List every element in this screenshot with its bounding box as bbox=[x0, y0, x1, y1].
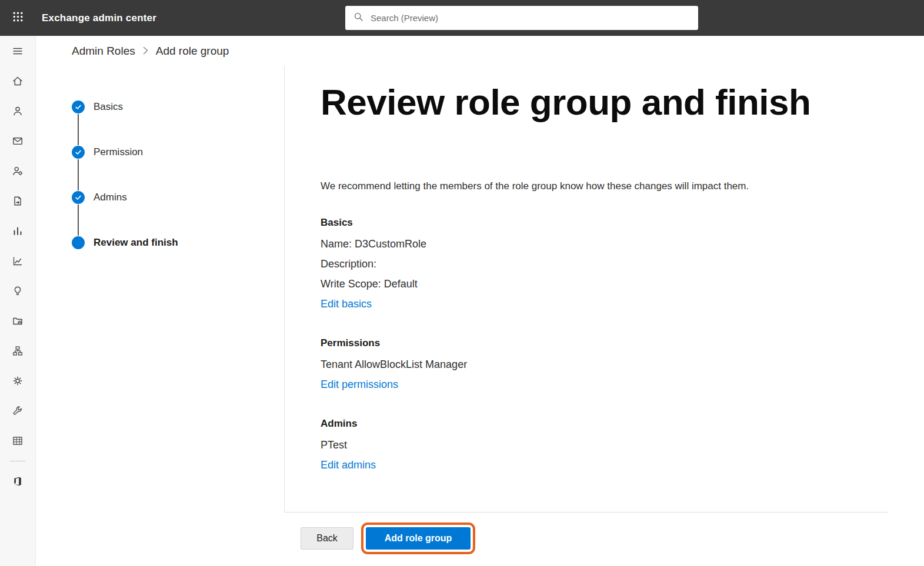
review-line-permission: Tenant AllowBlockList Manager bbox=[321, 354, 924, 374]
edit-admins-link[interactable]: Edit admins bbox=[321, 455, 376, 475]
app-title: Exchange admin center bbox=[42, 12, 156, 24]
search-box[interactable] bbox=[345, 6, 698, 30]
breadcrumb-admin-roles[interactable]: Admin Roles bbox=[72, 45, 135, 58]
add-role-group-button[interactable]: Add role group bbox=[366, 527, 471, 550]
step-label: Basics bbox=[94, 101, 123, 113]
edit-basics-link[interactable]: Edit basics bbox=[321, 294, 372, 314]
step-basics[interactable]: Basics bbox=[72, 101, 123, 113]
step-completed-icon bbox=[72, 191, 85, 204]
annotation-highlight-ring: Add role group bbox=[361, 523, 475, 554]
settings-gear-icon[interactable] bbox=[12, 375, 24, 387]
intro-text: We recommend letting the members of the … bbox=[321, 179, 759, 193]
wizard-stepper: Basics Permission Admins Review and fini… bbox=[36, 66, 285, 512]
app-launcher-button[interactable] bbox=[0, 0, 36, 36]
step-completed-icon bbox=[72, 101, 85, 113]
review-line-name: Name: D3CustomRole bbox=[321, 234, 924, 254]
mail-flow-icon[interactable] bbox=[12, 195, 24, 207]
footer-divider bbox=[285, 512, 888, 513]
left-nav-rail bbox=[0, 36, 36, 566]
organization-icon[interactable] bbox=[12, 345, 24, 357]
home-icon[interactable] bbox=[12, 75, 24, 87]
step-completed-icon bbox=[72, 146, 85, 159]
wrench-icon[interactable] bbox=[12, 405, 24, 417]
menu-icon[interactable] bbox=[12, 45, 24, 57]
review-line-admin: PTest bbox=[321, 435, 924, 455]
search-input[interactable] bbox=[369, 6, 690, 30]
top-bar: Exchange admin center bbox=[0, 0, 924, 36]
edit-permissions-link[interactable]: Edit permissions bbox=[321, 374, 398, 394]
review-section-admins: Admins PTest Edit admins bbox=[321, 418, 924, 475]
step-current-icon bbox=[72, 236, 85, 249]
review-line-write-scope: Write Scope: Default bbox=[321, 274, 924, 294]
step-review-and-finish[interactable]: Review and finish bbox=[72, 236, 178, 249]
step-label: Review and finish bbox=[94, 237, 178, 249]
office-logo-icon[interactable] bbox=[12, 475, 24, 487]
section-heading: Permissions bbox=[321, 337, 924, 349]
footer-actions: Back Add role group bbox=[301, 523, 475, 554]
breadcrumb-add-role-group: Add role group bbox=[156, 45, 229, 58]
table-grid-icon[interactable] bbox=[12, 435, 24, 447]
reports-icon[interactable] bbox=[12, 225, 24, 237]
roles-icon[interactable] bbox=[12, 165, 24, 177]
chevron-right-icon bbox=[143, 45, 148, 58]
recipients-icon[interactable] bbox=[12, 105, 24, 117]
step-connector bbox=[78, 159, 79, 190]
step-connector bbox=[78, 114, 79, 145]
review-section-permissions: Permissions Tenant AllowBlockList Manage… bbox=[321, 337, 924, 394]
step-connector bbox=[78, 205, 79, 236]
step-permission[interactable]: Permission bbox=[72, 146, 143, 159]
insights-icon[interactable] bbox=[12, 255, 24, 267]
breadcrumb: Admin Roles Add role group bbox=[72, 36, 229, 66]
waffle-icon bbox=[12, 11, 24, 25]
search-icon bbox=[353, 12, 363, 24]
rail-divider bbox=[10, 461, 25, 461]
review-section-basics: Basics Name: D3CustomRole Description: W… bbox=[321, 217, 924, 314]
step-admins[interactable]: Admins bbox=[72, 191, 127, 204]
section-heading: Basics bbox=[321, 217, 924, 229]
lightbulb-icon[interactable] bbox=[12, 285, 24, 297]
review-panel: Review role group and finish We recommen… bbox=[285, 66, 924, 512]
step-label: Admins bbox=[94, 192, 127, 203]
page-title: Review role group and finish bbox=[321, 82, 924, 122]
public-folders-icon[interactable] bbox=[12, 315, 24, 327]
review-line-description: Description: bbox=[321, 254, 924, 274]
mail-icon[interactable] bbox=[12, 135, 24, 147]
back-button[interactable]: Back bbox=[301, 527, 353, 550]
step-label: Permission bbox=[94, 146, 143, 158]
section-heading: Admins bbox=[321, 418, 924, 430]
